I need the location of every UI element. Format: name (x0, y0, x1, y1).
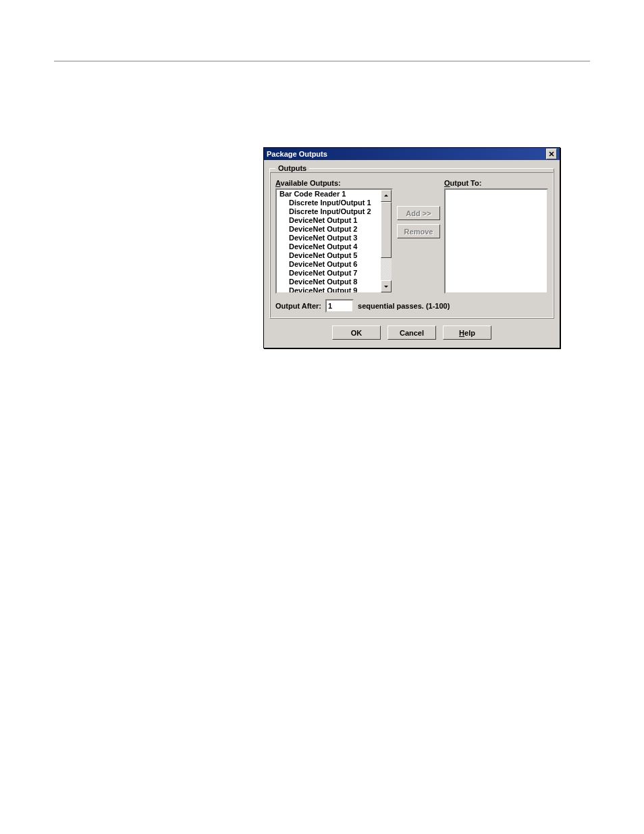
list-item[interactable]: Discrete Input/Output 2 (277, 207, 381, 216)
chevron-down-icon (383, 284, 389, 289)
output-to-list[interactable] (444, 188, 548, 294)
scroll-down-button[interactable] (381, 280, 392, 292)
close-icon (549, 151, 554, 157)
list-item[interactable]: DeviceNet Output 8 (277, 278, 381, 286)
scrollbar[interactable] (381, 190, 392, 292)
chevron-up-icon (383, 193, 389, 199)
add-button[interactable]: Add >> (397, 206, 440, 220)
list-item[interactable]: DeviceNet Output 4 (277, 242, 381, 251)
dialog-title: Package Outputs (267, 148, 327, 160)
remove-button[interactable]: Remove (397, 224, 440, 238)
dialog-footer: OK Cancel Help (269, 319, 554, 342)
scroll-up-button[interactable] (381, 190, 392, 202)
list-item[interactable]: Discrete Input/Output 1 (277, 199, 381, 207)
list-item[interactable]: Bar Code Reader 1 (277, 190, 381, 199)
output-after-input[interactable] (325, 299, 354, 313)
list-item[interactable]: DeviceNet Output 6 (277, 260, 381, 269)
package-outputs-dialog: Package Outputs Outputs Available Output… (263, 147, 560, 348)
close-button[interactable] (546, 149, 557, 159)
list-item[interactable]: DeviceNet Output 2 (277, 225, 381, 234)
help-button[interactable]: Help (443, 325, 491, 340)
titlebar[interactable]: Package Outputs (264, 148, 560, 160)
outputs-group-legend: Outputs (275, 164, 309, 172)
available-outputs-label: Available Outputs: (275, 179, 393, 187)
scroll-thumb[interactable] (381, 202, 392, 258)
page-divider (54, 61, 590, 61)
list-item[interactable]: DeviceNet Output 5 (277, 251, 381, 260)
output-after-label-after: sequential passes. (1-100) (358, 302, 450, 310)
list-item[interactable]: DeviceNet Output 9 (277, 286, 381, 292)
output-after-label-before: Output After: (275, 302, 321, 310)
scroll-track[interactable] (381, 202, 392, 280)
cancel-button[interactable]: Cancel (387, 325, 436, 340)
list-item[interactable]: DeviceNet Output 1 (277, 216, 381, 225)
outputs-group: Outputs Available Outputs: Bar Code Read… (269, 164, 554, 319)
ok-button[interactable]: OK (332, 325, 381, 340)
available-outputs-list[interactable]: Bar Code Reader 1 Discrete Input/Output … (275, 188, 393, 294)
list-item[interactable]: DeviceNet Output 3 (277, 234, 381, 242)
output-to-label: Output To: (444, 179, 548, 187)
list-item[interactable]: DeviceNet Output 7 (277, 269, 381, 278)
